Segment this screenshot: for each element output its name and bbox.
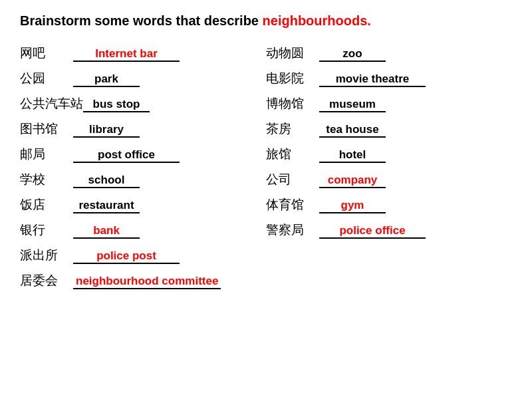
- chinese-label: 饭店: [20, 196, 73, 213]
- list-item: 邮局post office: [20, 142, 266, 167]
- chinese-label: 警察局: [266, 221, 319, 239]
- chinese-label: 电影院: [266, 70, 319, 87]
- english-label: bus stop: [83, 98, 150, 112]
- english-label: tea house: [319, 123, 386, 138]
- english-label: park: [73, 72, 140, 87]
- chinese-label: 图书馆: [20, 120, 73, 138]
- list-item: 图书馆library: [20, 116, 266, 142]
- chinese-label: 公共汽车站: [20, 95, 83, 112]
- list-item: 旅馆hotel: [266, 142, 512, 167]
- english-label: restaurant: [73, 199, 140, 213]
- title-prefix: Brainstorm some words that describe: [20, 13, 263, 28]
- chinese-label: 动物圆: [266, 45, 319, 62]
- right-column: 动物圆zoo电影院movie theatre博物馆museum茶房tea hou…: [266, 41, 512, 293]
- chinese-label: 银行: [20, 221, 73, 239]
- list-item: 公共汽车站bus stop: [20, 91, 266, 116]
- chinese-label: 体育馆: [266, 196, 319, 213]
- list-item: 派出所police post: [20, 243, 266, 268]
- vocabulary-grid: 网吧Internet bar公园park公共汽车站bus stop图书馆libr…: [20, 41, 512, 293]
- english-label: police office: [319, 224, 426, 239]
- english-label: company: [319, 174, 386, 188]
- list-item: 电影院movie theatre: [266, 66, 512, 91]
- chinese-label: 居委会: [20, 272, 73, 289]
- left-column: 网吧Internet bar公园park公共汽车站bus stop图书馆libr…: [20, 41, 266, 293]
- list-item: 茶房tea house: [266, 116, 512, 142]
- chinese-label: 公司: [266, 171, 319, 188]
- english-label: movie theatre: [319, 72, 426, 87]
- english-label: police post: [73, 249, 180, 264]
- title-highlight: neighbourhoods.: [263, 13, 371, 28]
- chinese-label: 公园: [20, 70, 73, 87]
- chinese-label: 派出所: [20, 247, 73, 264]
- english-label: bank: [73, 224, 140, 239]
- title: Brainstorm some words that describe neig…: [20, 13, 512, 29]
- list-item: 公园park: [20, 66, 266, 91]
- english-label: library: [73, 123, 140, 138]
- list-item: 学校school: [20, 167, 266, 192]
- list-item: 警察局police office: [266, 217, 512, 243]
- english-label: museum: [319, 98, 386, 112]
- list-item: 网吧Internet bar: [20, 41, 266, 66]
- english-label: hotel: [319, 148, 386, 163]
- english-label: gym: [319, 199, 386, 213]
- list-item: 公司company: [266, 167, 512, 192]
- list-item: 银行bank: [20, 217, 266, 243]
- english-label: Internet bar: [73, 47, 180, 62]
- english-label: school: [73, 174, 140, 188]
- chinese-label: 学校: [20, 171, 73, 188]
- list-item: 博物馆museum: [266, 91, 512, 116]
- chinese-label: 邮局: [20, 146, 73, 163]
- chinese-label: 旅馆: [266, 146, 319, 163]
- chinese-label: 网吧: [20, 45, 73, 62]
- list-item: 饭店restaurant: [20, 192, 266, 217]
- list-item: 动物圆zoo: [266, 41, 512, 66]
- chinese-label: 博物馆: [266, 95, 319, 112]
- chinese-label: 茶房: [266, 120, 319, 138]
- list-item: 居委会neighbourhood committee: [20, 268, 266, 293]
- english-label: neighbourhood committee: [73, 275, 221, 289]
- list-item: 体育馆gym: [266, 192, 512, 217]
- english-label: zoo: [319, 47, 386, 62]
- english-label: post office: [73, 148, 180, 163]
